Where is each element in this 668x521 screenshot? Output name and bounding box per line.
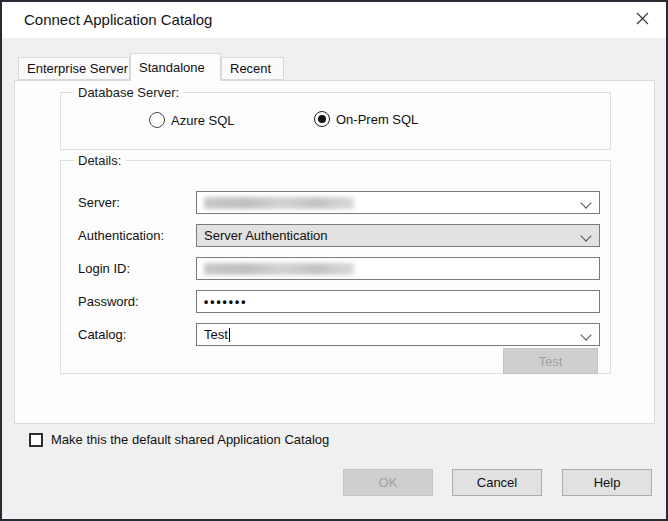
chevron-down-icon[interactable] <box>580 329 591 340</box>
checkbox-icon[interactable] <box>29 433 43 447</box>
redacted-text <box>204 197 354 209</box>
tab-label: Enterprise Server <box>27 61 128 76</box>
close-button[interactable] <box>618 2 666 38</box>
dialog-window: Connect Application Catalog Enterprise S… <box>0 0 668 521</box>
authentication-dropdown[interactable]: Server Authentication <box>196 224 600 247</box>
server-combobox[interactable] <box>196 191 600 214</box>
test-button[interactable]: Test <box>503 348 598 374</box>
tab-label: Standalone <box>139 60 205 75</box>
group-label: Details: <box>74 153 125 168</box>
catalog-combobox[interactable]: Test <box>196 323 600 346</box>
title-bar: Connect Application Catalog <box>2 2 666 38</box>
password-mask: ••••••• <box>204 295 247 309</box>
help-button[interactable]: Help <box>562 469 652 496</box>
radio-onprem-sql[interactable]: On-Prem SQL <box>314 111 418 127</box>
cancel-button[interactable]: Cancel <box>452 469 542 496</box>
catalog-label: Catalog: <box>78 327 126 342</box>
catalog-value: Test <box>204 327 228 342</box>
help-button-label: Help <box>594 475 621 490</box>
login-id-label: Login ID: <box>78 261 130 276</box>
password-label: Password: <box>78 294 139 309</box>
radio-azure-sql[interactable]: Azure SQL <box>149 112 235 128</box>
chevron-down-icon[interactable] <box>580 197 591 208</box>
tab-label: Recent <box>230 61 271 76</box>
standalone-tab-panel: Database Server: Azure SQL On-Prem SQL D… <box>14 80 655 424</box>
database-server-group: Database Server: Azure SQL On-Prem SQL <box>60 92 611 150</box>
tab-enterprise-server[interactable]: Enterprise Server <box>18 57 130 80</box>
server-label: Server: <box>78 195 120 210</box>
radio-label: Azure SQL <box>171 113 235 128</box>
details-group: Details: Server: Authentication: Server … <box>60 160 611 374</box>
authentication-label: Authentication: <box>78 228 164 243</box>
ok-button-label: OK <box>379 475 398 490</box>
test-button-label: Test <box>539 354 563 369</box>
login-id-field[interactable] <box>196 257 600 280</box>
checkbox-label: Make this the default shared Application… <box>51 432 329 447</box>
ok-button[interactable]: OK <box>343 469 433 496</box>
close-icon <box>636 11 649 29</box>
group-label: Database Server: <box>74 85 183 100</box>
password-field[interactable]: ••••••• <box>196 290 600 313</box>
radio-label: On-Prem SQL <box>336 112 418 127</box>
tab-recent[interactable]: Recent <box>221 57 284 80</box>
chevron-down-icon[interactable] <box>580 230 591 241</box>
authentication-value: Server Authentication <box>204 228 328 243</box>
tab-standalone[interactable]: Standalone <box>130 53 221 81</box>
window-title: Connect Application Catalog <box>24 11 212 28</box>
cancel-button-label: Cancel <box>477 475 517 490</box>
text-cursor <box>229 328 230 342</box>
radio-checked-icon <box>314 111 330 127</box>
default-catalog-checkbox[interactable]: Make this the default shared Application… <box>29 432 329 447</box>
redacted-text <box>204 263 354 275</box>
radio-icon <box>149 112 165 128</box>
